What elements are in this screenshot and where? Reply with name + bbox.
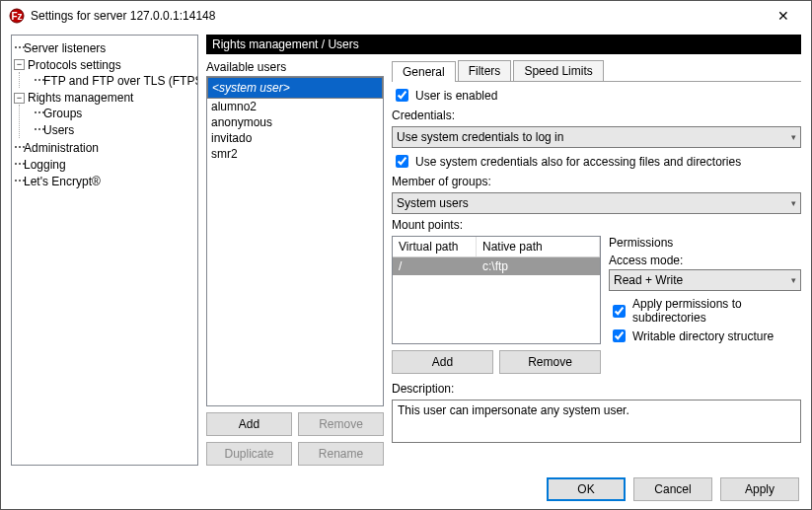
apply-subdirs-checkbox[interactable]	[613, 305, 626, 318]
nav-tree: ⋯Server listeners −Protocols settings ⋯F…	[11, 35, 198, 466]
mount-remove-button[interactable]: Remove	[499, 350, 601, 374]
window-title: Settings for server 127.0.0.1:14148	[31, 9, 764, 23]
tab-speed-limits[interactable]: Speed Limits	[513, 60, 603, 81]
user-item[interactable]: smr2	[207, 146, 383, 162]
nav-ftp[interactable]: ⋯FTP and FTP over TLS (FTPS)	[34, 72, 195, 89]
titlebar: Fz Settings for server 127.0.0.1:14148 ✕	[1, 1, 811, 31]
user-item-system[interactable]: <system user>	[207, 77, 383, 99]
nav-server-listeners[interactable]: ⋯Server listeners	[14, 39, 195, 56]
chevron-down-icon: ▾	[791, 275, 796, 285]
member-value: System users	[397, 196, 469, 210]
sys-access-checkbox[interactable]	[396, 155, 408, 168]
user-item[interactable]: invitado	[207, 130, 383, 146]
mount-npath: c:\ftp	[477, 257, 600, 275]
mount-header: Virtual path Native path	[393, 237, 600, 257]
access-mode-select[interactable]: Read + Write ▾	[609, 269, 801, 291]
user-item[interactable]: alumno2	[207, 99, 383, 114]
nav-logging[interactable]: ⋯Logging	[14, 156, 195, 173]
remove-user-button[interactable]: Remove	[298, 412, 384, 436]
member-select[interactable]: System users ▾	[392, 192, 801, 214]
credentials-label: Credentials:	[392, 109, 801, 122]
app-icon: Fz	[9, 8, 25, 24]
available-users-label: Available users	[206, 60, 384, 74]
duplicate-user-button[interactable]: Duplicate	[206, 442, 292, 466]
credentials-value: Use system credentials to log in	[397, 130, 563, 144]
credentials-select[interactable]: Use system credentials to log in ▾	[392, 126, 801, 148]
collapse-icon[interactable]: −	[14, 59, 25, 70]
access-mode-value: Read + Write	[614, 273, 683, 287]
rename-user-button[interactable]: Rename	[298, 442, 384, 466]
apply-subdirs-label: Apply permissions to subdirectories	[632, 297, 801, 325]
description-textarea[interactable]	[392, 400, 801, 443]
mount-vpath: /	[393, 257, 477, 275]
mount-row[interactable]: / c:\ftp	[393, 257, 600, 275]
ok-button[interactable]: OK	[547, 477, 626, 501]
mount-table[interactable]: Virtual path Native path / c:\ftp	[392, 236, 601, 344]
nav-lets-encrypt[interactable]: ⋯Let's Encrypt®	[14, 173, 195, 189]
writable-checkbox[interactable]	[613, 329, 626, 342]
chevron-down-icon: ▾	[791, 198, 796, 208]
tab-bar: General Filters Speed Limits	[392, 60, 801, 82]
collapse-icon[interactable]: −	[14, 93, 25, 104]
mount-add-button[interactable]: Add	[392, 350, 493, 374]
chevron-down-icon: ▾	[791, 132, 796, 142]
add-user-button[interactable]: Add	[206, 412, 292, 436]
sys-access-label: Use system credentials also for accessin…	[415, 155, 741, 169]
access-mode-label: Access mode:	[609, 254, 801, 267]
dialog-footer: OK Cancel Apply	[1, 470, 811, 509]
nav-rights[interactable]: −Rights management ⋯Groups ⋯Users	[14, 89, 195, 138]
permissions-label: Permissions	[609, 236, 801, 250]
close-icon[interactable]: ✕	[764, 8, 803, 24]
nav-users[interactable]: ⋯Users	[34, 121, 195, 138]
user-enabled-checkbox[interactable]	[396, 89, 408, 102]
writable-label: Writable directory structure	[632, 329, 774, 343]
user-list[interactable]: <system user> alumno2 anonymous invitado…	[206, 76, 384, 406]
nav-groups[interactable]: ⋯Groups	[34, 105, 195, 121]
svg-text:Fz: Fz	[11, 11, 22, 22]
mount-label: Mount points:	[392, 218, 801, 232]
mount-col-vpath[interactable]: Virtual path	[393, 237, 477, 256]
member-label: Member of groups:	[392, 175, 801, 188]
cancel-button[interactable]: Cancel	[633, 477, 712, 501]
tab-general[interactable]: General	[392, 61, 456, 82]
nav-protocols[interactable]: −Protocols settings ⋯FTP and FTP over TL…	[14, 56, 195, 90]
settings-window: Fz Settings for server 127.0.0.1:14148 ✕…	[0, 0, 812, 510]
apply-button[interactable]: Apply	[720, 477, 799, 501]
description-label: Description:	[392, 382, 801, 396]
nav-administration[interactable]: ⋯Administration	[14, 139, 195, 156]
tab-filters[interactable]: Filters	[458, 60, 512, 81]
mount-col-npath[interactable]: Native path	[477, 237, 600, 256]
user-item[interactable]: anonymous	[207, 114, 383, 130]
user-enabled-label: User is enabled	[415, 89, 497, 103]
panel-header: Rights management / Users	[206, 35, 801, 54]
